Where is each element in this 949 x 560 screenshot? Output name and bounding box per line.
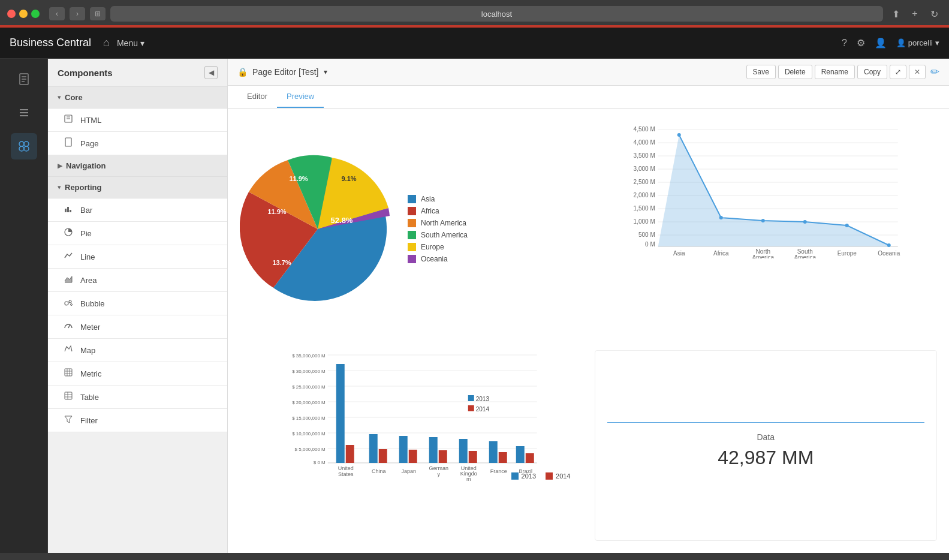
bar-x-france: France bbox=[490, 468, 507, 474]
delete-button[interactable]: Delete bbox=[778, 65, 812, 79]
area-y-1500: 1,500 M bbox=[633, 205, 655, 212]
components-header: Components ◀ bbox=[48, 59, 227, 87]
tab-preview[interactable]: Preview bbox=[277, 86, 324, 108]
new-tab-button[interactable]: + bbox=[907, 6, 923, 22]
share-button[interactable]: ⬆ bbox=[888, 6, 903, 22]
user-button[interactable]: 👤 porcelli ▾ bbox=[896, 38, 939, 47]
bar-x-uk3: m bbox=[466, 476, 471, 482]
tab-editor[interactable]: Editor bbox=[237, 86, 277, 108]
area-point-asia bbox=[677, 133, 680, 137]
area-x-asia: Asia bbox=[673, 250, 685, 257]
menu-button[interactable]: Menu ▾ bbox=[117, 38, 144, 48]
bar-y-20: $ 20,000,000 M bbox=[292, 400, 326, 405]
bar-legend-2014-square bbox=[546, 472, 553, 480]
pie-label-asia: 52.8% bbox=[331, 216, 353, 225]
bar-x-japan: Japan bbox=[401, 468, 416, 474]
close-traffic-light[interactable] bbox=[7, 10, 16, 18]
component-item-bubble[interactable]: Bubble bbox=[48, 292, 227, 315]
rename-button[interactable]: Rename bbox=[815, 65, 855, 79]
legend-dot-europe bbox=[408, 243, 416, 251]
save-button[interactable]: Save bbox=[746, 65, 776, 79]
section-header-core[interactable]: ▾ Core bbox=[48, 87, 227, 109]
component-item-line[interactable]: Line bbox=[48, 245, 227, 269]
page-label: Page bbox=[80, 139, 98, 148]
component-item-meter[interactable]: Meter bbox=[48, 315, 227, 339]
address-bar[interactable]: localhost bbox=[110, 6, 883, 22]
component-item-metric[interactable]: Metric bbox=[48, 362, 227, 386]
pie-label-northamerica: 11.9% bbox=[267, 208, 286, 215]
expand-button[interactable]: ⤢ bbox=[890, 65, 906, 79]
area-y-0: 0 M bbox=[645, 241, 655, 248]
component-item-page[interactable]: Page bbox=[48, 132, 227, 155]
legend-dot-oceania bbox=[408, 255, 416, 263]
section-header-navigation[interactable]: ▶ Navigation bbox=[48, 155, 227, 177]
area-x-northamerica2: America bbox=[752, 254, 774, 258]
area-chart-container: 4,500 M 4,000 M 3,500 M 3,000 M 2,500 M … bbox=[595, 121, 938, 338]
back-button[interactable]: ‹ bbox=[49, 7, 65, 20]
component-item-filter[interactable]: Filter bbox=[48, 409, 227, 432]
pie-chart-container: 52.8% 13.7% 11.9% 11.9% 9.1% Asia bbox=[240, 121, 583, 338]
refresh-button[interactable]: ↻ bbox=[926, 6, 942, 22]
user-settings-icon[interactable]: 👤 bbox=[875, 37, 887, 49]
copy-button[interactable]: Copy bbox=[857, 65, 887, 79]
bar-us-2013 bbox=[336, 364, 345, 463]
bar-china-2013 bbox=[369, 434, 378, 463]
area-y-500: 500 M bbox=[638, 231, 655, 238]
bar-germany-2013 bbox=[429, 437, 438, 463]
home-button[interactable]: ⌂ bbox=[103, 37, 110, 49]
settings-icon[interactable]: ⚙ bbox=[857, 37, 865, 49]
legend-label-asia: Asia bbox=[421, 195, 435, 203]
components-title: Components bbox=[58, 68, 113, 78]
component-item-pie[interactable]: Pie bbox=[48, 222, 227, 245]
section-header-reporting[interactable]: ▾ Reporting bbox=[48, 177, 227, 198]
svg-point-10 bbox=[24, 146, 29, 151]
bar-label: Bar bbox=[80, 206, 92, 215]
pie-chart-svg: 52.8% 13.7% 11.9% 11.9% 9.1% bbox=[240, 151, 396, 307]
page-icon bbox=[62, 137, 74, 149]
layout-button[interactable]: ⊞ bbox=[90, 7, 106, 20]
svg-rect-23 bbox=[65, 369, 72, 376]
sidebar-icon-list[interactable] bbox=[11, 100, 37, 126]
line-chart-icon bbox=[62, 251, 74, 263]
bar-france-2014 bbox=[499, 452, 507, 463]
bar-legend-2013-square bbox=[511, 472, 519, 480]
component-item-area[interactable]: Area bbox=[48, 269, 227, 292]
page-editor: 🔒 Page Editor [Test] ▾ Save Delete Renam… bbox=[228, 59, 949, 553]
area-y-2500: 2,500 M bbox=[633, 179, 655, 185]
sidebar-icon-document[interactable] bbox=[11, 66, 37, 92]
sidebar-icon-components[interactable] bbox=[11, 133, 37, 159]
pie-chart-icon bbox=[62, 227, 74, 239]
component-item-table[interactable]: Table bbox=[48, 386, 227, 409]
svg-point-9 bbox=[19, 146, 24, 151]
data-metric-divider bbox=[607, 422, 925, 423]
data-metric-title: Data bbox=[757, 432, 775, 442]
area-x-southamerica2: America bbox=[794, 254, 816, 258]
component-item-bar[interactable]: Bar bbox=[48, 198, 227, 222]
area-point-southamerica bbox=[803, 220, 806, 224]
component-item-map[interactable]: Map bbox=[48, 339, 227, 362]
page-editor-toolbar: 🔒 Page Editor [Test] ▾ Save Delete Renam… bbox=[228, 59, 949, 86]
edit-icon-button[interactable]: ✏ bbox=[930, 65, 939, 79]
forward-button[interactable]: › bbox=[70, 7, 85, 20]
area-point-northamerica bbox=[761, 219, 764, 222]
component-item-html[interactable]: HTML bbox=[48, 109, 227, 132]
sidebar bbox=[0, 59, 48, 553]
area-y-1000: 1,000 M bbox=[633, 218, 655, 225]
svg-rect-14 bbox=[65, 138, 71, 146]
maximize-traffic-light[interactable] bbox=[31, 10, 40, 18]
legend-dot-northamerica bbox=[408, 219, 416, 227]
legend-dot-southamerica bbox=[408, 231, 416, 239]
app-title: Business Central bbox=[10, 37, 91, 49]
svg-point-20 bbox=[69, 300, 71, 303]
svg-point-19 bbox=[65, 302, 68, 305]
minimize-traffic-light[interactable] bbox=[19, 10, 28, 18]
collapse-panel-button[interactable]: ◀ bbox=[204, 66, 218, 79]
help-icon[interactable]: ? bbox=[842, 38, 847, 49]
core-section-label: Core bbox=[65, 93, 83, 102]
legend-label-southamerica: South America bbox=[421, 231, 468, 239]
line-label: Line bbox=[80, 252, 95, 261]
close-button[interactable]: ✕ bbox=[909, 65, 926, 79]
svg-marker-32 bbox=[65, 416, 72, 423]
traffic-lights bbox=[7, 10, 40, 18]
map-label: Map bbox=[80, 346, 95, 355]
